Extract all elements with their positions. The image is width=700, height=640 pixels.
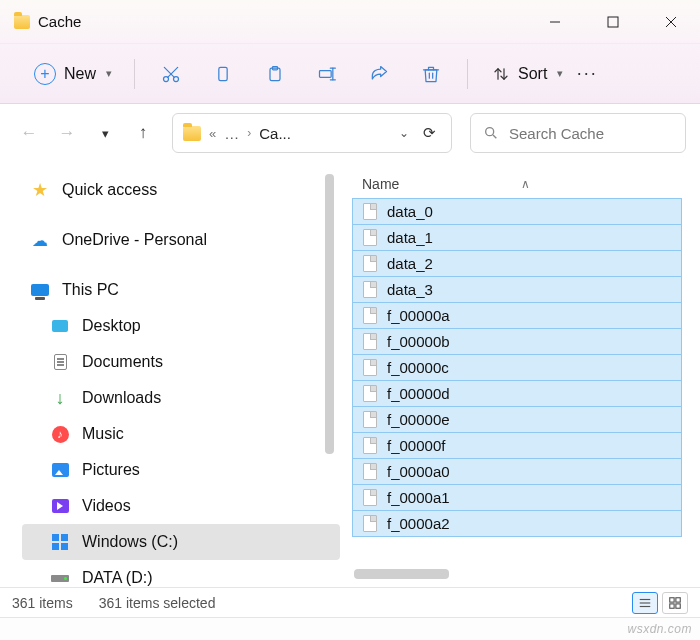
chevron-down-icon[interactable]: ⌄ bbox=[399, 126, 409, 140]
drive-icon bbox=[50, 568, 70, 587]
svg-rect-25 bbox=[670, 597, 674, 601]
sort-button[interactable]: Sort ▾ bbox=[492, 65, 563, 83]
file-explorer-window: Cache + New ▾ Sort ▾ ··· ← → ▾ ↑ bbox=[0, 0, 700, 618]
sidebar-item-downloads[interactable]: ↓Downloads bbox=[22, 380, 340, 416]
close-button[interactable] bbox=[642, 0, 700, 44]
separator bbox=[134, 59, 135, 89]
breadcrumb-current[interactable]: Ca... bbox=[259, 125, 291, 142]
back-button[interactable]: ← bbox=[14, 113, 44, 153]
file-row[interactable]: f_0000a0 bbox=[352, 458, 682, 485]
search-icon bbox=[483, 125, 499, 141]
file-name: f_00000e bbox=[387, 411, 450, 428]
up-button[interactable]: ↑ bbox=[128, 113, 158, 153]
desktop-icon bbox=[50, 316, 70, 336]
file-name: data_0 bbox=[387, 203, 433, 220]
file-name: data_1 bbox=[387, 229, 433, 246]
file-icon bbox=[363, 385, 377, 402]
sidebar-item-this-pc[interactable]: This PC bbox=[22, 272, 340, 308]
file-row[interactable]: data_3 bbox=[352, 276, 682, 303]
status-item-count: 361 items bbox=[12, 595, 73, 611]
separator bbox=[467, 59, 468, 89]
file-name: f_0000a1 bbox=[387, 489, 450, 506]
file-row[interactable]: data_0 bbox=[352, 198, 682, 225]
folder-icon bbox=[14, 15, 30, 29]
rename-button[interactable] bbox=[303, 54, 351, 94]
file-row[interactable]: data_1 bbox=[352, 224, 682, 251]
chevron-down-icon: ▾ bbox=[557, 67, 563, 80]
paste-button[interactable] bbox=[251, 54, 299, 94]
file-icon bbox=[363, 515, 377, 532]
copy-button[interactable] bbox=[199, 54, 247, 94]
delete-button[interactable] bbox=[407, 54, 455, 94]
nav-bar: ← → ▾ ↑ « … › Ca... ⌄ ⟳ Search Cache bbox=[0, 104, 700, 162]
file-name: f_0000a2 bbox=[387, 515, 450, 532]
cut-button[interactable] bbox=[147, 54, 195, 94]
videos-icon bbox=[50, 496, 70, 516]
file-row[interactable]: f_00000b bbox=[352, 328, 682, 355]
sidebar-item-data-d[interactable]: DATA (D:) bbox=[22, 560, 340, 587]
column-header-name[interactable]: Name ∧ bbox=[352, 170, 682, 198]
svg-rect-28 bbox=[676, 603, 680, 607]
share-button[interactable] bbox=[355, 54, 403, 94]
file-name: f_0000a0 bbox=[387, 463, 450, 480]
file-icon bbox=[363, 203, 377, 220]
sidebar-item-desktop[interactable]: Desktop bbox=[22, 308, 340, 344]
file-row[interactable]: f_00000f bbox=[352, 432, 682, 459]
file-name: f_00000b bbox=[387, 333, 450, 350]
plus-icon: + bbox=[34, 63, 56, 85]
title-bar[interactable]: Cache bbox=[0, 0, 700, 44]
sidebar-item-windows-c[interactable]: Windows (C:) bbox=[22, 524, 340, 560]
music-icon: ♪ bbox=[50, 424, 70, 444]
svg-point-20 bbox=[486, 128, 494, 136]
folder-icon bbox=[183, 126, 201, 141]
file-icon bbox=[363, 255, 377, 272]
more-button[interactable]: ··· bbox=[567, 63, 607, 84]
sidebar-item-videos[interactable]: Videos bbox=[22, 488, 340, 524]
file-name: f_00000a bbox=[387, 307, 450, 324]
file-name: f_00000c bbox=[387, 359, 449, 376]
new-label: New bbox=[64, 65, 96, 83]
file-icon bbox=[363, 229, 377, 246]
window-title: Cache bbox=[38, 13, 81, 30]
file-row[interactable]: f_00000d bbox=[352, 380, 682, 407]
file-icon bbox=[363, 307, 377, 324]
file-name: data_2 bbox=[387, 255, 433, 272]
file-list[interactable]: data_0data_1data_2data_3f_00000af_00000b… bbox=[352, 198, 682, 563]
document-icon bbox=[50, 352, 70, 372]
recent-button[interactable]: ▾ bbox=[90, 113, 120, 153]
new-button[interactable]: + New ▾ bbox=[24, 57, 122, 91]
file-icon bbox=[363, 411, 377, 428]
sidebar-item-pictures[interactable]: Pictures bbox=[22, 452, 340, 488]
details-view-button[interactable] bbox=[632, 592, 658, 614]
file-icon bbox=[363, 333, 377, 350]
pictures-icon bbox=[50, 460, 70, 480]
file-row[interactable]: f_00000e bbox=[352, 406, 682, 433]
monitor-icon bbox=[30, 280, 50, 300]
address-bar[interactable]: « … › Ca... ⌄ ⟳ bbox=[172, 113, 452, 153]
horizontal-scrollbar[interactable] bbox=[352, 567, 682, 581]
minimize-button[interactable] bbox=[526, 0, 584, 44]
sidebar-item-documents[interactable]: Documents bbox=[22, 344, 340, 380]
file-row[interactable]: f_00000c bbox=[352, 354, 682, 381]
scrollbar[interactable] bbox=[325, 174, 334, 454]
file-name: f_00000d bbox=[387, 385, 450, 402]
file-row[interactable]: f_0000a1 bbox=[352, 484, 682, 511]
breadcrumb-ellipsis[interactable]: … bbox=[224, 125, 239, 142]
refresh-button[interactable]: ⟳ bbox=[417, 124, 441, 142]
maximize-button[interactable] bbox=[584, 0, 642, 44]
cloud-icon: ☁ bbox=[30, 230, 50, 250]
file-icon bbox=[363, 437, 377, 454]
sidebar-item-music[interactable]: ♪Music bbox=[22, 416, 340, 452]
thumbnails-view-button[interactable] bbox=[662, 592, 688, 614]
toolbar: + New ▾ Sort ▾ ··· bbox=[0, 44, 700, 104]
search-box[interactable]: Search Cache bbox=[470, 113, 686, 153]
sidebar-item-quick-access[interactable]: ★Quick access bbox=[22, 172, 340, 208]
file-row[interactable]: data_2 bbox=[352, 250, 682, 277]
file-row[interactable]: f_0000a2 bbox=[352, 510, 682, 537]
file-name: data_3 bbox=[387, 281, 433, 298]
forward-button[interactable]: → bbox=[52, 113, 82, 153]
watermark: wsxdn.com bbox=[627, 622, 692, 636]
file-icon bbox=[363, 463, 377, 480]
sidebar-item-onedrive[interactable]: ☁OneDrive - Personal bbox=[22, 222, 340, 258]
file-row[interactable]: f_00000a bbox=[352, 302, 682, 329]
